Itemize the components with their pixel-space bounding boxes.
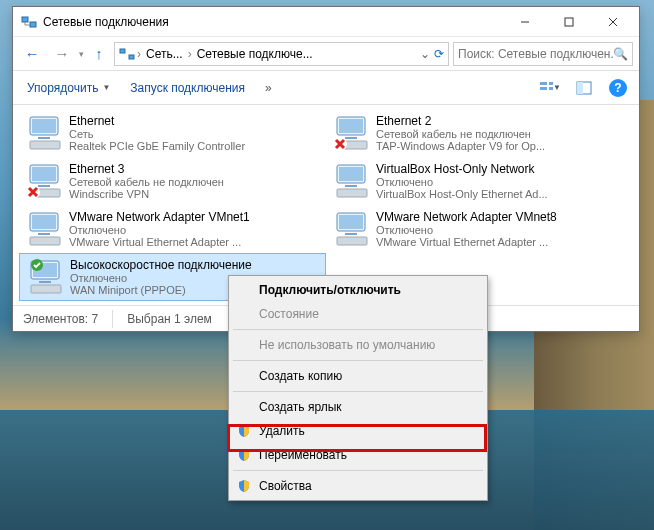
connection-name: Ethernet <box>69 114 322 128</box>
connection-status: Отключено <box>69 224 322 236</box>
network-adapter-icon <box>330 112 374 154</box>
shield-icon <box>237 424 251 438</box>
address-dropdown-icon[interactable]: ⌄ <box>416 47 434 61</box>
svg-rect-19 <box>339 119 363 133</box>
status-selected: Выбран 1 элем <box>127 312 212 326</box>
toolbar: Упорядочить▼ Запуск подключения » ▼ ? <box>13 71 639 105</box>
svg-rect-30 <box>345 185 357 187</box>
preview-pane-button[interactable] <box>573 77 595 99</box>
svg-rect-20 <box>345 137 357 139</box>
connection-status: Сеть <box>69 128 322 140</box>
svg-rect-16 <box>38 137 50 139</box>
toolbar-overflow-button[interactable]: » <box>261 79 276 97</box>
svg-rect-38 <box>345 233 357 235</box>
start-connection-button[interactable]: Запуск подключения <box>126 79 249 97</box>
svg-rect-0 <box>22 17 28 22</box>
connection-name: VMware Network Adapter VMnet1 <box>69 210 322 224</box>
svg-rect-17 <box>30 141 60 149</box>
connection-item[interactable]: Ethernet 2Сетевой кабель не подключенTAP… <box>326 109 633 157</box>
address-bar[interactable]: › Сеть... › Сетевые подключе... ⌄ ⟳ <box>114 42 449 66</box>
connection-device: VMware Virtual Ethernet Adapter ... <box>376 236 629 248</box>
network-adapter-icon <box>23 112 67 154</box>
back-button[interactable]: ← <box>19 41 45 67</box>
svg-rect-13 <box>577 82 583 94</box>
svg-rect-33 <box>32 215 56 229</box>
network-adapter-icon <box>330 160 374 202</box>
connection-status: Сетевой кабель не подключен <box>69 176 322 188</box>
svg-rect-42 <box>39 281 51 283</box>
svg-rect-1 <box>30 22 36 27</box>
connection-item[interactable]: VMware Network Adapter VMnet8ОтключеноVM… <box>326 205 633 253</box>
svg-rect-8 <box>540 82 547 85</box>
search-box[interactable]: 🔍 <box>453 42 633 66</box>
titlebar[interactable]: Сетевые подключения <box>13 7 639 37</box>
connection-name: Ethernet 3 <box>69 162 322 176</box>
context-menu: Подключить/отключить Состояние Не исполь… <box>228 275 488 501</box>
connection-name: Высокоскоростное подключение <box>70 258 321 272</box>
svg-rect-24 <box>32 167 56 181</box>
svg-rect-39 <box>337 237 367 245</box>
recent-chevron-icon[interactable]: ▾ <box>79 49 84 59</box>
ctx-connect[interactable]: Подключить/отключить <box>231 278 485 302</box>
svg-rect-31 <box>337 189 367 197</box>
connection-status: Сетевой кабель не подключен <box>376 128 629 140</box>
refresh-icon[interactable]: ⟳ <box>434 47 444 61</box>
connection-status: Отключено <box>376 224 629 236</box>
connection-item[interactable]: Ethernet 3Сетевой кабель не подключенWin… <box>19 157 326 205</box>
ctx-delete[interactable]: Удалить <box>231 419 485 443</box>
help-button[interactable]: ? <box>607 77 629 99</box>
connection-device: TAP-Windows Adapter V9 for Op... <box>376 140 629 152</box>
connection-device: VMware Virtual Ethernet Adapter ... <box>69 236 322 248</box>
ctx-properties[interactable]: Свойства <box>231 474 485 498</box>
view-layout-button[interactable]: ▼ <box>539 77 561 99</box>
connection-name: VirtualBox Host-Only Network <box>376 162 629 176</box>
search-icon[interactable]: 🔍 <box>613 47 628 61</box>
ctx-shortcut[interactable]: Создать ярлык <box>231 395 485 419</box>
svg-rect-7 <box>129 55 134 59</box>
network-adapter-icon <box>24 256 68 298</box>
ctx-nodefault: Не использовать по умолчанию <box>231 333 485 357</box>
up-button[interactable]: ↑ <box>88 43 110 65</box>
shield-icon <box>237 448 251 462</box>
ctx-status: Состояние <box>231 302 485 326</box>
window-icon <box>21 14 37 30</box>
svg-rect-34 <box>38 233 50 235</box>
connection-item[interactable]: EthernetСетьRealtek PCIe GbE Family Cont… <box>19 109 326 157</box>
breadcrumb-segment[interactable]: Сеть... <box>143 47 186 61</box>
network-adapter-icon <box>23 160 67 202</box>
svg-rect-43 <box>31 285 61 293</box>
svg-rect-9 <box>540 87 547 90</box>
network-adapter-icon <box>23 208 67 250</box>
svg-rect-37 <box>339 215 363 229</box>
window-title: Сетевые подключения <box>43 15 503 29</box>
shield-icon <box>237 479 251 493</box>
search-input[interactable] <box>458 47 613 61</box>
organize-button[interactable]: Упорядочить▼ <box>23 79 114 97</box>
svg-rect-3 <box>565 18 573 26</box>
ctx-rename[interactable]: Переименовать <box>231 443 485 467</box>
svg-rect-29 <box>339 167 363 181</box>
connection-device: Realtek PCIe GbE Family Controller <box>69 140 322 152</box>
network-adapter-icon <box>330 208 374 250</box>
svg-rect-15 <box>32 119 56 133</box>
breadcrumb-segment[interactable]: Сетевые подключе... <box>194 47 316 61</box>
connection-item[interactable]: VirtualBox Host-Only NetworkОтключеноVir… <box>326 157 633 205</box>
minimize-button[interactable] <box>503 8 547 36</box>
connection-device: VirtualBox Host-Only Ethernet Ad... <box>376 188 629 200</box>
connection-status: Отключено <box>376 176 629 188</box>
chevron-right-icon[interactable]: › <box>186 47 194 61</box>
address-icon <box>119 46 135 62</box>
ctx-copy[interactable]: Создать копию <box>231 364 485 388</box>
forward-button[interactable]: → <box>49 41 75 67</box>
chevron-right-icon[interactable]: › <box>135 47 143 61</box>
connection-item[interactable]: VMware Network Adapter VMnet1ОтключеноVM… <box>19 205 326 253</box>
connection-device: Windscribe VPN <box>69 188 322 200</box>
maximize-button[interactable] <box>547 8 591 36</box>
svg-rect-6 <box>120 49 125 53</box>
connection-name: Ethernet 2 <box>376 114 629 128</box>
connection-name: VMware Network Adapter VMnet8 <box>376 210 629 224</box>
close-button[interactable] <box>591 8 635 36</box>
navbar: ← → ▾ ↑ › Сеть... › Сетевые подключе... … <box>13 37 639 71</box>
svg-rect-35 <box>30 237 60 245</box>
status-count: Элементов: 7 <box>23 312 98 326</box>
